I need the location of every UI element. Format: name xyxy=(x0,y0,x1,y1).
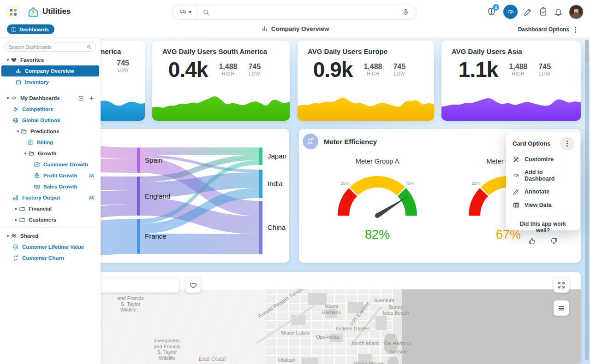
card-options-popup: Card Options Customize Add to Dashboard … xyxy=(506,132,580,230)
scrollbar-thumb[interactable] xyxy=(585,40,589,63)
sidebar-item-customer-growth[interactable]: Customer Growth xyxy=(1,159,99,170)
sidebar-item-customer-lifetime-value[interactable]: Customer Lifetime Value xyxy=(1,241,99,252)
fullscreen-button[interactable] xyxy=(554,277,569,293)
chat-feedback-icon xyxy=(179,8,187,16)
caret-down-icon: ▾ xyxy=(5,96,11,100)
menu-item-view-data[interactable]: View Data xyxy=(513,201,573,209)
folderopen-icon xyxy=(28,150,35,157)
sidebar-item-growth[interactable]: ▾Growth xyxy=(1,148,99,159)
sidebar-item-label: Predictions xyxy=(30,129,60,134)
kebab-menu-icon[interactable] xyxy=(575,27,576,33)
add-board-icon[interactable] xyxy=(78,95,84,101)
scrollbar-track[interactable] xyxy=(585,40,589,360)
kpi-value: 1.1k xyxy=(459,59,498,80)
app-title: Utilities xyxy=(42,7,71,16)
churn-icon xyxy=(12,255,19,261)
caret-down-icon: ▾ xyxy=(23,151,28,156)
map-label-aventura: Aventura xyxy=(374,298,394,304)
sidebar-item-label: My Dashboards xyxy=(20,95,60,101)
insights-gauge-icon[interactable] xyxy=(503,5,518,19)
banknote-icon xyxy=(34,183,40,190)
sidebar-item-competitors[interactable]: Competitors xyxy=(1,104,99,115)
sidebar-item-company-overview[interactable]: Company Overview xyxy=(1,65,99,76)
folder-icon xyxy=(19,217,25,223)
sidebar-item-label: Financial xyxy=(29,206,52,211)
sidebar-item-billing[interactable]: Billing xyxy=(1,137,99,148)
kpi-card-avg-daily-users-europe[interactable]: AVG Daily Users Europe0.9k1,488HIGH745LO… xyxy=(298,41,434,121)
map-label-bal-harbour: Bal Harbour xyxy=(384,341,411,346)
menu-item-customize[interactable]: Customize xyxy=(513,156,573,163)
sidebar-separator xyxy=(0,90,101,90)
map-label-north-miami: North Miami xyxy=(352,341,379,346)
header-icons: 2 xyxy=(486,5,563,19)
kebab-menu-button[interactable] xyxy=(561,137,573,150)
thumb-down-icon[interactable] xyxy=(550,237,558,245)
sub-bar: Dashboards Company Overview Dashboard Op… xyxy=(0,24,590,37)
sidebar-item-customer-churn[interactable]: Customer Churn xyxy=(1,252,99,264)
tasks-clipboard-icon[interactable] xyxy=(538,7,548,17)
search-icon xyxy=(86,44,92,50)
kpi-card-title: AVG Daily Users Europe xyxy=(308,47,424,55)
sidebar-item-label: Sales Growth xyxy=(43,184,77,189)
annotate-pen-icon[interactable] xyxy=(523,7,533,17)
map-label-miami-lakes: Miami Lakes xyxy=(281,330,310,336)
sidebar-item-label: Inventory xyxy=(25,79,49,85)
bar-chart-icon xyxy=(261,25,268,32)
sidebar-item-shared[interactable]: ▾Shared xyxy=(1,230,99,241)
map-label-and-francis: and Francis S. Taylor Wildlife... xyxy=(117,295,143,313)
annotate-pen-icon xyxy=(513,188,520,195)
sidebar-item-label: Customer Lifetime Value xyxy=(22,244,84,250)
favorite-heart-button[interactable] xyxy=(185,277,201,293)
map-label-opa-locka: Opa-locka xyxy=(316,334,339,340)
search-scope-dropdown[interactable] xyxy=(173,5,197,19)
menu-item-annotate[interactable]: Annotate xyxy=(513,188,573,195)
globe-icon xyxy=(12,117,19,123)
user-avatar[interactable] xyxy=(569,5,584,19)
sidebar-item-label: Company Overview xyxy=(25,68,74,74)
search-input[interactable] xyxy=(214,9,402,16)
sidebar-item-global-outlook[interactable]: Global Outlook xyxy=(1,115,99,126)
shared-people-icon xyxy=(88,172,99,179)
thumb-up-icon[interactable] xyxy=(528,237,536,245)
sidebar-item-factory-output[interactable]: Factory Output xyxy=(1,192,99,203)
microphone-icon[interactable] xyxy=(402,8,410,16)
sidebar-item-favorites[interactable]: ▾Favorites xyxy=(1,54,99,65)
kpi-card-title: AVG Daily Users Asia xyxy=(452,47,571,55)
kpi-card-avg-daily-users-asia[interactable]: AVG Daily Users Asia1.1k1,488HIGH745LOW xyxy=(441,41,581,121)
kpi-high: 1,488HIGH xyxy=(509,63,527,76)
app-launcher-button[interactable] xyxy=(6,6,20,19)
notifications-bell-icon[interactable] xyxy=(553,7,563,17)
sparkline-area-chart xyxy=(152,86,290,121)
sankey-node-label: Spain xyxy=(145,156,162,164)
sankey-node-label: England xyxy=(145,192,170,200)
sidebar-item-customers[interactable]: ▸Customers xyxy=(1,214,99,225)
sidebar-item-financial[interactable]: ▸Financial xyxy=(1,203,99,214)
caret-right-icon: ▸ xyxy=(13,217,19,222)
gauge-meter-group-a: Meter Group A 25%75% 82% xyxy=(313,158,442,242)
sidebar-item-my-dashboards[interactable]: ▾My Dashboards xyxy=(1,93,99,104)
sidebar-item-sales-growth[interactable]: Sales Growth xyxy=(1,181,99,192)
menu-item-add-to-dashboard[interactable]: Add to Dashboard xyxy=(513,169,573,182)
ai-brain-icon[interactable]: 2 xyxy=(486,7,496,17)
dashboard-options-label[interactable]: Dashboard Options xyxy=(518,26,569,33)
kpi-card-avg-daily-users-south-america[interactable]: AVG Daily Users South America0.4k1,488HI… xyxy=(152,41,290,121)
plus-icon[interactable] xyxy=(89,95,95,101)
popup-title: Card Options xyxy=(513,140,550,147)
list-view-button[interactable] xyxy=(554,300,569,316)
sidebar-item-predictions[interactable]: ▾Predictions xyxy=(1,126,99,137)
caret-down-icon xyxy=(188,11,192,13)
sidebar-item-label: Favorites xyxy=(20,57,44,63)
sidebar-item-profit-growth[interactable]: Profit Growth xyxy=(1,170,99,181)
map-label-surfside: Surfside xyxy=(389,349,408,355)
dashboards-button[interactable]: Dashboards xyxy=(7,24,54,34)
caret-down-icon: ▾ xyxy=(15,129,21,134)
sidebar-search-input[interactable] xyxy=(9,44,86,50)
app-window: Utilities 2 Dashboards xyxy=(0,0,590,364)
kpi-value: 0.4k xyxy=(168,59,208,80)
svg-text:25%: 25% xyxy=(471,181,481,186)
kpi-low: 745LOW xyxy=(538,63,551,76)
kebab-menu-icon xyxy=(566,141,568,147)
sidebar-item-inventory[interactable]: Inventory xyxy=(1,76,99,88)
panel-layout-icon xyxy=(11,27,17,32)
sidebar-item-label: Global Outlook xyxy=(22,117,60,123)
